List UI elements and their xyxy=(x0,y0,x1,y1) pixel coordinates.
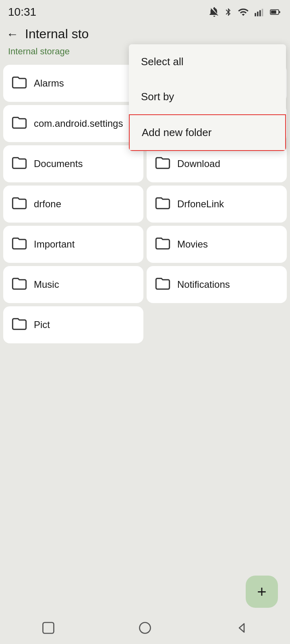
dropdown-item-add-new-folder[interactable]: Add new folder xyxy=(129,114,286,151)
dropdown-item-sort-by[interactable]: Sort by xyxy=(129,79,286,114)
dropdown-overlay[interactable]: Select all Sort by Add new folder xyxy=(0,0,290,644)
dropdown-menu: Select all Sort by Add new folder xyxy=(129,44,286,151)
dropdown-item-select-all[interactable]: Select all xyxy=(129,44,286,79)
